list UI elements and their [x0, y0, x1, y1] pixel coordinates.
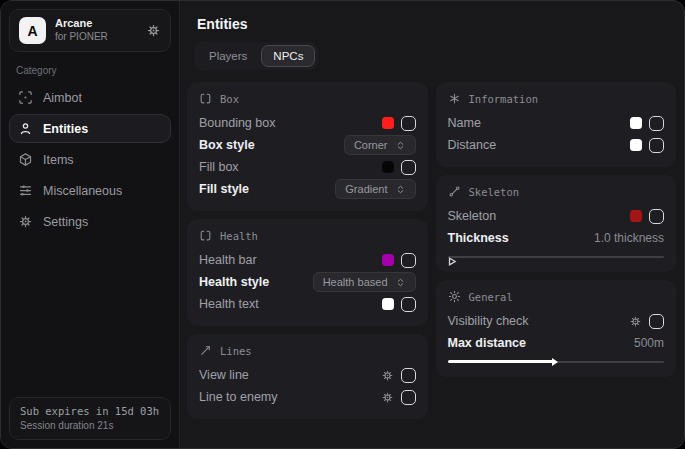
package-icon — [18, 152, 33, 167]
page-title: Entities — [197, 16, 676, 32]
checkbox[interactable] — [401, 253, 416, 268]
slider-thickness[interactable] — [448, 252, 665, 261]
row-skeleton: Skeleton — [448, 205, 665, 227]
checkbox[interactable] — [401, 368, 416, 383]
setting-label: Health style — [199, 275, 269, 289]
chevrons-up-down-icon — [395, 140, 406, 151]
setting-label: Line to enemy — [199, 390, 278, 404]
sidebar-item-label: Settings — [43, 215, 88, 229]
checkbox[interactable] — [401, 297, 416, 312]
card-title: Health — [220, 230, 258, 242]
checkbox[interactable] — [649, 209, 664, 224]
chevrons-up-down-icon — [395, 184, 406, 195]
setting-label: Skeleton — [448, 209, 497, 223]
row-visibility-check: Visibility check — [448, 310, 665, 332]
chevrons-up-down-icon — [395, 277, 406, 288]
setting-label: Fill style — [199, 182, 249, 196]
color-swatch[interactable] — [630, 139, 642, 151]
slider-track[interactable] — [448, 256, 665, 258]
sidebar-item-items[interactable]: Items — [9, 145, 171, 174]
brand-card: A Arcane for PIONER — [9, 9, 171, 52]
row-distance: Distance — [448, 134, 665, 156]
card-title: Information — [469, 93, 539, 105]
sub-expiry-text: Sub expires in 15d 03h — [20, 405, 160, 417]
setting-controls — [630, 138, 664, 153]
setting-label: Name — [448, 116, 481, 130]
setting-controls — [630, 209, 664, 224]
row-health-text: Health text — [199, 293, 416, 315]
card-header: Information — [448, 92, 665, 105]
setting-value: 1.0 thickness — [594, 231, 664, 245]
column-left: BoxBounding boxBox styleCornerFill boxFi… — [187, 82, 428, 419]
sidebar-item-settings[interactable]: Settings — [9, 207, 171, 236]
checkbox[interactable] — [649, 138, 664, 153]
setting-controls — [381, 390, 416, 405]
tab-players[interactable]: Players — [197, 45, 259, 67]
card-general: GeneralVisibility checkMax distance500m — [436, 280, 677, 377]
app-name: Arcane — [55, 17, 137, 31]
setting-controls — [381, 368, 416, 383]
checkbox[interactable] — [649, 116, 664, 131]
card-box: BoxBounding boxBox styleCornerFill boxFi… — [187, 82, 428, 211]
card-header: General — [448, 290, 665, 303]
slider-fill — [448, 360, 554, 363]
sidebar-item-miscellaneous[interactable]: Miscellaneous — [9, 176, 171, 205]
card-title: Skeleton — [469, 186, 520, 198]
app-logo-letter: A — [27, 23, 37, 39]
checkbox[interactable] — [401, 390, 416, 405]
color-swatch[interactable] — [630, 117, 642, 129]
gear-icon — [629, 315, 642, 328]
bone-icon — [448, 185, 461, 198]
dropdown-health-based[interactable]: Health based — [313, 272, 416, 292]
card-columns: BoxBounding boxBox styleCornerFill boxFi… — [187, 82, 676, 419]
setting-controls: 1.0 thickness — [594, 231, 664, 245]
checkbox[interactable] — [401, 160, 416, 175]
color-swatch[interactable] — [382, 298, 394, 310]
color-swatch[interactable] — [382, 117, 394, 129]
brackets-icon — [199, 92, 212, 105]
category-label: Category — [16, 65, 164, 76]
setting-controls: 500m — [634, 336, 664, 350]
color-swatch[interactable] — [382, 254, 394, 266]
gear-settings-button[interactable] — [629, 315, 642, 328]
card-skeleton: SkeletonSkeletonThickness1.0 thickness — [436, 175, 677, 272]
gear-icon[interactable] — [146, 23, 161, 38]
card-information: InformationNameDistance — [436, 82, 677, 167]
main-content: Entities PlayersNPCs BoxBounding boxBox … — [180, 1, 684, 448]
card-title: Lines — [220, 345, 252, 357]
setting-label: Thickness — [448, 231, 509, 245]
row-view-line: View line — [199, 364, 416, 386]
setting-label: Health text — [199, 297, 259, 311]
gear-icon — [381, 391, 394, 404]
checkbox[interactable] — [649, 314, 664, 329]
tab-npcs[interactable]: NPCs — [261, 45, 315, 67]
column-right: InformationNameDistanceSkeletonSkeletonT… — [436, 82, 677, 419]
dropdown-gradient[interactable]: Gradient — [335, 179, 415, 199]
card-header: Health — [199, 229, 416, 242]
entity-type-tabs: PlayersNPCs — [194, 42, 318, 70]
dropdown-value: Gradient — [345, 183, 387, 195]
arcane-window: A Arcane for PIONER Category AimbotEntit… — [0, 0, 685, 449]
card-title: Box — [220, 93, 239, 105]
setting-controls — [382, 160, 416, 175]
slider-triangle-handle[interactable] — [448, 252, 457, 270]
card-header: Box — [199, 92, 416, 105]
color-swatch[interactable] — [382, 161, 394, 173]
row-bounding-box: Bounding box — [199, 112, 416, 134]
gear-settings-button[interactable] — [381, 391, 394, 404]
sidebar-nav: AimbotEntitiesItemsMiscellaneousSettings — [9, 81, 171, 238]
sidebar-item-entities[interactable]: Entities — [9, 114, 171, 143]
sidebar-item-label: Entities — [43, 122, 88, 136]
dropdown-corner[interactable]: Corner — [344, 135, 416, 155]
checkbox[interactable] — [401, 116, 416, 131]
sidebar-item-aimbot[interactable]: Aimbot — [9, 83, 171, 112]
setting-label: Health bar — [199, 253, 257, 267]
slider-max-distance[interactable] — [448, 357, 665, 366]
sun-icon — [448, 290, 461, 303]
gear-settings-button[interactable] — [381, 369, 394, 382]
setting-value: 500m — [634, 336, 664, 350]
color-swatch[interactable] — [630, 210, 642, 222]
setting-controls — [629, 314, 664, 329]
row-name: Name — [448, 112, 665, 134]
slider-arrow-handle[interactable] — [552, 358, 558, 366]
